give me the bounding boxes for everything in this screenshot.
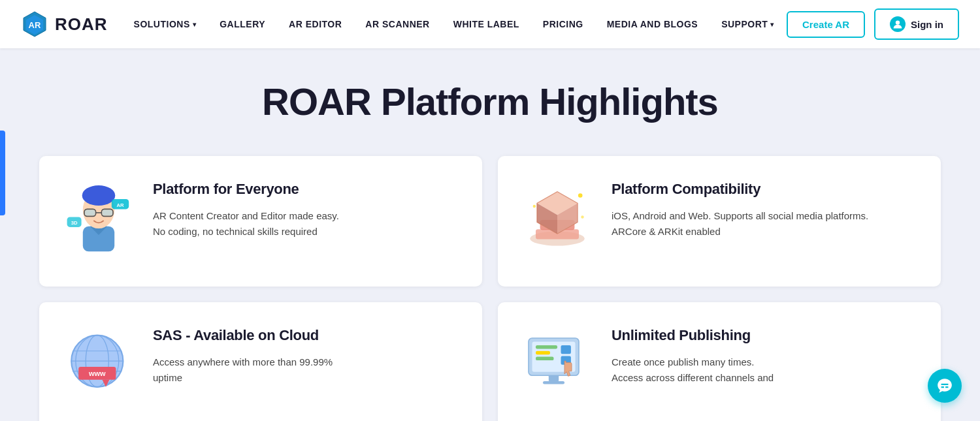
- chat-icon: [936, 377, 953, 394]
- svg-text:3D: 3D: [71, 219, 78, 225]
- chat-support-button[interactable]: [928, 369, 962, 403]
- sas-cloud-icon: www: [63, 327, 135, 399]
- nav-white-label[interactable]: WHITE LABEL: [453, 19, 519, 29]
- card-unlimited-publishing-title: Unlimited Publishing: [612, 327, 774, 344]
- svg-rect-11: [103, 210, 112, 215]
- svg-point-6: [82, 185, 116, 206]
- svg-point-25: [581, 215, 583, 218]
- svg-rect-40: [561, 345, 571, 354]
- nav-links: SOLUTIONS ▾ GALLERY AR EDITOR AR SCANNER…: [134, 19, 787, 29]
- nav-support[interactable]: SUPPORT ▾: [721, 19, 774, 29]
- platform-compatibility-icon: [521, 181, 593, 253]
- svg-rect-43: [543, 381, 564, 384]
- create-ar-button[interactable]: Create AR: [787, 11, 865, 38]
- svg-rect-38: [536, 351, 550, 354]
- svg-text:AR: AR: [29, 20, 41, 30]
- card-sas-cloud-desc: Access anywhere with more than 99.99% up…: [153, 354, 333, 386]
- card-sas-cloud-title: SAS - Available on Cloud: [153, 327, 333, 344]
- card-platform-everyone-title: Platform for Everyone: [153, 181, 339, 198]
- card-platform-everyone-desc: AR Content Creator and Editor made easy.…: [153, 208, 339, 240]
- page-title: ROAR Platform Highlights: [39, 80, 941, 123]
- sign-in-button[interactable]: Sign in: [874, 8, 959, 40]
- svg-text:www: www: [88, 369, 106, 377]
- svg-rect-10: [85, 210, 95, 215]
- user-avatar-icon: [890, 16, 906, 32]
- solutions-chevron-icon: ▾: [193, 21, 197, 28]
- svg-point-24: [533, 204, 536, 207]
- platform-everyone-icon: AR 3D: [63, 181, 135, 253]
- roar-logo-icon: AR: [21, 10, 48, 38]
- logo-link[interactable]: AR ROAR: [21, 10, 108, 38]
- cards-grid: AR 3D Platform for Everyone AR Content C…: [39, 156, 941, 421]
- svg-rect-39: [536, 356, 554, 360]
- nav-actions: Create AR Sign in: [787, 8, 959, 40]
- card-platform-compatibility-desc: iOS, Android and Web. Supports all socia…: [612, 208, 868, 240]
- nav-ar-editor[interactable]: AR EDITOR: [289, 19, 342, 29]
- nav-solutions[interactable]: SOLUTIONS ▾: [134, 19, 197, 29]
- main-content: ROAR Platform Highlights: [0, 48, 980, 421]
- card-sas-cloud: www SAS - Available on Cloud Access anyw…: [39, 302, 482, 421]
- unlimited-publishing-icon: [521, 327, 593, 399]
- nav-pricing[interactable]: PRICING: [543, 19, 583, 29]
- card-unlimited-publishing-text: Unlimited Publishing Create once publish…: [612, 327, 774, 386]
- card-platform-everyone: AR 3D Platform for Everyone AR Content C…: [39, 156, 482, 287]
- card-platform-compatibility: Platform Compatibility iOS, Android and …: [498, 156, 941, 287]
- svg-text:AR: AR: [116, 202, 124, 208]
- svg-rect-42: [549, 375, 559, 381]
- navbar: AR ROAR SOLUTIONS ▾ GALLERY AR EDITOR AR…: [0, 0, 980, 48]
- svg-point-23: [578, 193, 583, 198]
- card-unlimited-publishing: Unlimited Publishing Create once publish…: [498, 302, 941, 421]
- nav-ar-scanner[interactable]: AR SCANNER: [365, 19, 429, 29]
- nav-gallery[interactable]: GALLERY: [220, 19, 265, 29]
- svg-rect-37: [536, 345, 557, 349]
- logo-text: ROAR: [55, 14, 108, 35]
- card-platform-compatibility-text: Platform Compatibility iOS, Android and …: [612, 181, 868, 240]
- left-sidebar-indicator: [0, 131, 5, 215]
- nav-media-blogs[interactable]: MEDIA AND BLOGS: [607, 19, 698, 29]
- card-platform-compatibility-title: Platform Compatibility: [612, 181, 868, 198]
- card-sas-cloud-text: SAS - Available on Cloud Access anywhere…: [153, 327, 333, 386]
- svg-point-3: [896, 20, 900, 24]
- card-platform-everyone-text: Platform for Everyone AR Content Creator…: [153, 181, 339, 240]
- support-chevron-icon: ▾: [770, 21, 774, 28]
- card-unlimited-publishing-desc: Create once publish many times. Access a…: [612, 354, 774, 386]
